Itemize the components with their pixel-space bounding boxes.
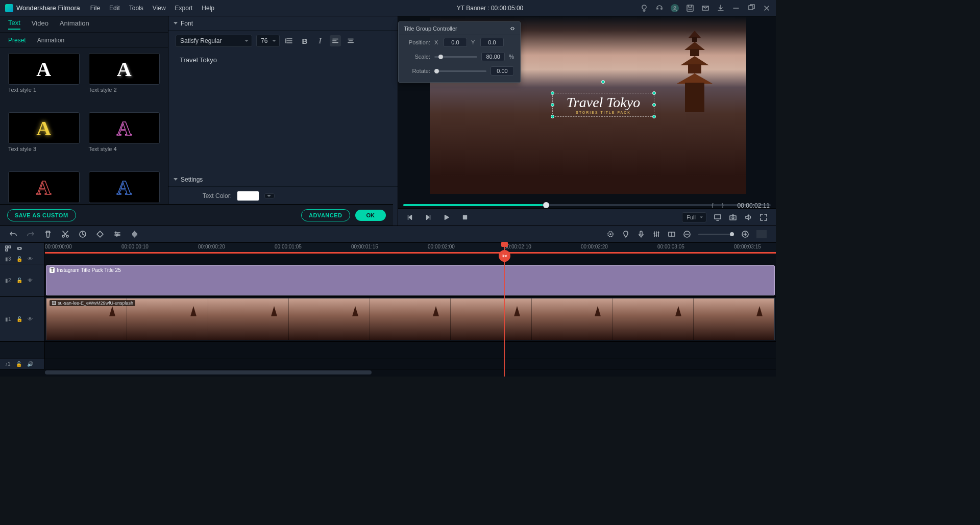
mixer-icon[interactable]: [652, 230, 660, 238]
tab-animation[interactable]: Animation: [60, 19, 89, 29]
audio-icon[interactable]: [131, 230, 139, 238]
download-icon[interactable]: [717, 4, 725, 12]
quality-select[interactable]: Full: [682, 212, 706, 222]
chevron-down-icon: [174, 178, 178, 181]
font-section-header[interactable]: Font: [168, 16, 398, 31]
eye-icon[interactable]: 👁: [28, 316, 33, 322]
track-2: ▮2🔓👁 TInstagram Title Pack Title 25: [0, 264, 776, 297]
support-icon[interactable]: [655, 4, 664, 12]
voiceover-icon[interactable]: [637, 230, 645, 238]
redo-icon[interactable]: [27, 230, 35, 238]
bold-button[interactable]: B: [299, 35, 310, 46]
delete-icon[interactable]: [44, 230, 52, 238]
keyframe-icon[interactable]: [668, 230, 676, 238]
maximize-icon[interactable]: [747, 4, 755, 12]
zoom-out-icon[interactable]: [683, 230, 691, 238]
lock-icon[interactable]: 🔓: [16, 278, 22, 283]
eye-icon[interactable]: 👁: [28, 256, 33, 262]
preset-item[interactable]: AText style 4: [89, 112, 160, 167]
close-icon[interactable]: [763, 4, 771, 12]
svg-rect-6: [715, 215, 721, 219]
adjust-icon[interactable]: [113, 230, 121, 238]
tips-icon[interactable]: [640, 4, 648, 12]
collapse-icon[interactable]: [510, 26, 515, 31]
advanced-button[interactable]: ADVANCED: [301, 209, 350, 221]
speed-icon[interactable]: [79, 230, 87, 238]
app-logo: Wondershare Filmora: [5, 4, 80, 12]
tab-video[interactable]: Video: [32, 19, 48, 29]
font-family-select[interactable]: Satisfy Regular: [176, 35, 252, 47]
lock-icon[interactable]: 🔓: [16, 361, 22, 367]
render-icon[interactable]: [606, 230, 615, 238]
crop-icon[interactable]: [96, 230, 104, 238]
save-as-custom-button[interactable]: SAVE AS CUSTOM: [7, 209, 76, 221]
line-spacing-icon[interactable]: [284, 35, 295, 46]
speaker-icon[interactable]: 🔊: [27, 361, 33, 367]
stop-icon[interactable]: [461, 214, 469, 221]
timeline-scrollbar[interactable]: [0, 369, 776, 377]
align-center-icon[interactable]: [345, 35, 356, 46]
section-label: Font: [181, 20, 193, 27]
volume-icon[interactable]: [744, 213, 752, 221]
preset-item[interactable]: AText style 1: [8, 53, 80, 108]
account-icon[interactable]: [671, 4, 679, 12]
menu-help[interactable]: Help: [202, 5, 214, 12]
timeline-ruler[interactable]: 00:00:00:00 00:00:00:10 00:00:00:20 00:0…: [45, 243, 776, 254]
italic-button[interactable]: I: [314, 35, 326, 46]
minimize-icon[interactable]: [732, 4, 740, 12]
cut-icon[interactable]: [61, 230, 69, 238]
lock-icon[interactable]: 🔓: [16, 256, 22, 262]
save-icon[interactable]: [686, 4, 694, 12]
track-manager-icon[interactable]: [5, 245, 11, 252]
rotate-label: Rotate:: [405, 68, 430, 74]
position-x-input[interactable]: 0.0: [444, 38, 467, 47]
fit-icon[interactable]: [756, 230, 767, 238]
menu-export[interactable]: Export: [175, 5, 193, 12]
zoom-in-icon[interactable]: [741, 230, 749, 238]
undo-icon[interactable]: [9, 230, 17, 238]
link-icon[interactable]: [16, 245, 22, 252]
preset-label: Text style 4: [89, 146, 160, 152]
lock-icon[interactable]: 🔓: [16, 316, 22, 322]
font-size-select[interactable]: 76: [256, 35, 280, 47]
svg-rect-14: [640, 231, 642, 235]
next-frame-icon[interactable]: [425, 214, 432, 221]
preset-item[interactable]: AText style 3: [8, 112, 80, 167]
title-group-controller[interactable]: Title Group Controller Position: X 0.0 Y…: [398, 21, 521, 83]
menu-view[interactable]: View: [153, 5, 166, 12]
marker-icon[interactable]: [622, 230, 630, 238]
fullscreen-icon[interactable]: [760, 213, 768, 221]
prev-frame-icon[interactable]: [406, 214, 413, 221]
align-left-icon[interactable]: [330, 35, 341, 46]
subtab-preset[interactable]: Preset: [8, 37, 26, 44]
snapshot-icon[interactable]: [729, 213, 737, 221]
video-clip[interactable]: 🖼su-san-lee-E_eWwM29wfU-unsplash: [46, 298, 775, 340]
pagoda-graphic: [677, 31, 713, 112]
menu-file[interactable]: File: [90, 5, 100, 12]
mail-icon[interactable]: [701, 4, 709, 12]
position-y-input[interactable]: 0.0: [480, 38, 504, 47]
menu-tools[interactable]: Tools: [129, 5, 143, 12]
menu-edit[interactable]: Edit: [109, 5, 120, 12]
zoom-slider[interactable]: [698, 234, 734, 235]
eye-icon[interactable]: 👁: [28, 278, 33, 283]
tab-text[interactable]: Text: [8, 19, 20, 30]
color-dropdown[interactable]: [264, 193, 275, 198]
rotate-slider[interactable]: [434, 70, 486, 72]
subtab-animation[interactable]: Animation: [37, 37, 64, 44]
play-icon[interactable]: [443, 214, 450, 221]
text-content-input[interactable]: Travel Tokyo: [176, 53, 390, 94]
rotate-input[interactable]: 0.00: [491, 66, 514, 76]
playhead[interactable]: ✂: [504, 243, 505, 377]
scale-input[interactable]: 80.00: [481, 52, 505, 61]
ok-button[interactable]: OK: [355, 210, 386, 221]
scale-slider[interactable]: [434, 56, 477, 58]
display-icon[interactable]: [714, 213, 722, 221]
title-clip[interactable]: TInstagram Title Pack Title 25: [46, 265, 775, 295]
scissors-icon[interactable]: ✂: [499, 250, 510, 262]
settings-section-header[interactable]: Settings: [168, 172, 398, 187]
preset-thumb: A: [8, 53, 80, 85]
title-overlay[interactable]: Travel Tokyo STORIES TITLE PACK: [552, 93, 654, 117]
preset-item[interactable]: AText style 2: [89, 53, 160, 108]
text-color-swatch[interactable]: [237, 191, 259, 201]
